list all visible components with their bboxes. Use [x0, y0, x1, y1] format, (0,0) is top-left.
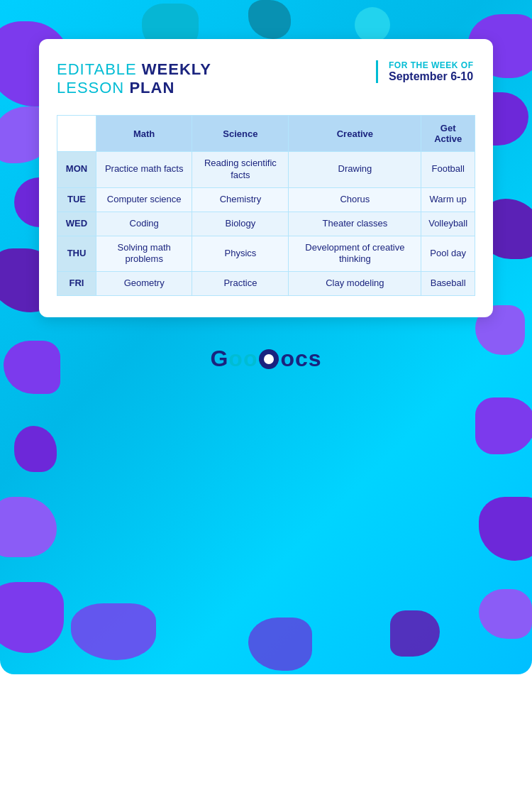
logo-d-icon: [259, 349, 279, 369]
title-lesson: LESSON: [57, 79, 129, 97]
day-cell-mon: MON: [57, 152, 96, 188]
lesson-plan-card: EDITABLE WEEKLY LESSON PLAN FOR THE WEEK…: [39, 39, 493, 317]
cell-tue-active: Warm up: [421, 187, 475, 212]
title-editable: EDITABLE: [57, 60, 142, 78]
col-header-day: [57, 116, 96, 152]
cell-wed-active: Volleyball: [421, 212, 475, 236]
cell-tue-creative: Chorus: [289, 187, 421, 212]
cell-thu-creative: Development of creative thinking: [289, 236, 421, 272]
cell-wed-creative: Theater classes: [289, 212, 421, 236]
blob-bot1: [71, 603, 156, 660]
blob-r6: [479, 497, 532, 561]
blob-6: [14, 426, 57, 472]
cell-fri-creative: Clay modeling: [289, 272, 421, 296]
cell-fri-math: Geometry: [96, 272, 192, 296]
week-info: FOR THE WEEK OF September 6-10: [376, 60, 475, 83]
page-background: EDITABLE WEEKLY LESSON PLAN FOR THE WEEK…: [0, 0, 532, 812]
cell-mon-active: Football: [421, 152, 475, 188]
day-cell-wed: WED: [57, 212, 96, 236]
cell-mon-science: Reading scientific facts: [192, 152, 289, 188]
week-label: FOR THE WEEK OF: [389, 60, 475, 70]
table-row: WEDCodingBiologyTheater classesVolleybal…: [57, 212, 475, 236]
logo-goo: G: [210, 346, 228, 371]
blob-top3: [355, 7, 390, 43]
cell-mon-math: Practice math facts: [96, 152, 192, 188]
blob-r5: [475, 397, 532, 454]
title-line-2: LESSON PLAN: [57, 79, 362, 97]
logo-oo1: oo: [228, 346, 257, 371]
title-line-1: EDITABLE WEEKLY: [57, 60, 362, 79]
table-row: THUSolving math problemsPhysicsDevelopme…: [57, 236, 475, 272]
title-plan: PLAN: [129, 79, 174, 97]
blob-bot2: [248, 618, 312, 671]
card-header: EDITABLE WEEKLY LESSON PLAN FOR THE WEEK…: [57, 60, 475, 97]
col-header-math: Math: [96, 116, 192, 152]
logo-area: Goo ocs: [210, 346, 321, 372]
col-header-active: Get Active: [421, 116, 475, 152]
cell-thu-math: Solving math problems: [96, 236, 192, 272]
table-row: TUEComputer scienceChemistryChorusWarm u…: [57, 187, 475, 212]
day-cell-fri: FRI: [57, 272, 96, 296]
title-weekly: WEEKLY: [142, 60, 211, 78]
cell-wed-math: Coding: [96, 212, 192, 236]
logo-ocs: ocs: [280, 346, 321, 371]
cell-tue-math: Computer science: [96, 187, 192, 212]
blob-top2: [248, 0, 291, 39]
table-row: FRIGeometryPracticeClay modelingBaseball: [57, 272, 475, 296]
blob-8: [0, 582, 64, 653]
title-block: EDITABLE WEEKLY LESSON PLAN: [57, 60, 362, 97]
cell-wed-science: Biology: [192, 212, 289, 236]
cell-thu-science: Physics: [192, 236, 289, 272]
col-header-creative: Creative: [289, 116, 421, 152]
col-header-science: Science: [192, 116, 289, 152]
lesson-table: Math Science Creative Get Active MONPrac…: [57, 115, 475, 296]
day-cell-thu: THU: [57, 236, 96, 272]
logo-text: Goo ocs: [210, 346, 321, 372]
blob-5: [4, 341, 60, 394]
week-dates: September 6-10: [389, 70, 475, 83]
cell-mon-creative: Drawing: [289, 152, 421, 188]
blob-7: [0, 497, 57, 557]
cell-fri-active: Baseball: [421, 272, 475, 296]
cell-tue-science: Chemistry: [192, 187, 289, 212]
blob-bot3: [390, 610, 440, 657]
blob-r7: [479, 589, 532, 639]
day-cell-tue: TUE: [57, 187, 96, 212]
cell-thu-active: Pool day: [421, 236, 475, 272]
cell-fri-science: Practice: [192, 272, 289, 296]
table-row: MONPractice math factsReading scientific…: [57, 152, 475, 188]
